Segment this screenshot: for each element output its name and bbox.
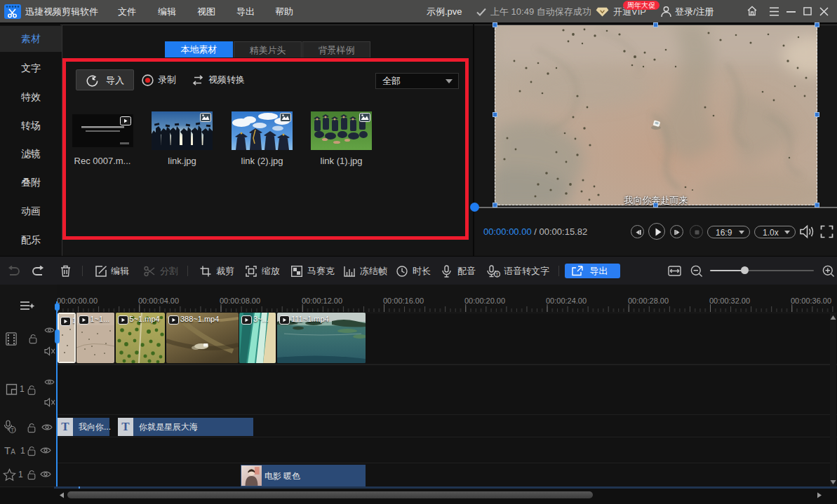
svg-text:T: T: [11, 427, 14, 433]
svg-text:T: T: [495, 272, 499, 277]
